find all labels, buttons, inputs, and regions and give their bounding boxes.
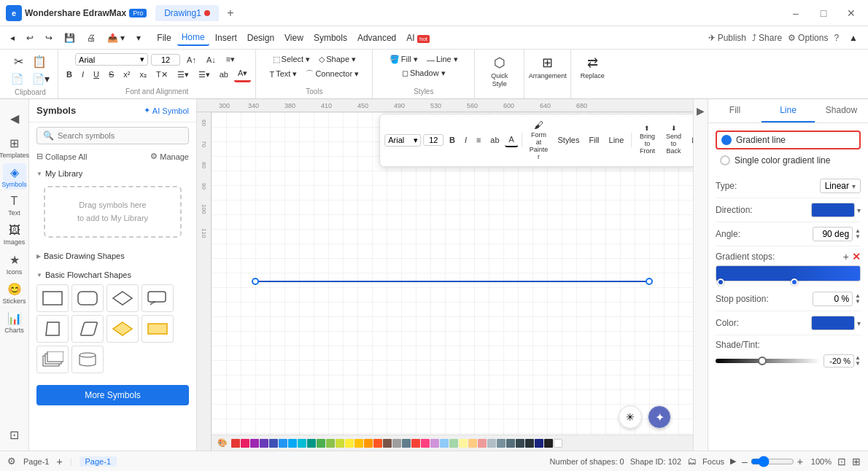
color-orange[interactable] (364, 439, 373, 448)
collapse-all-button[interactable]: ⊟ Collapse All (36, 152, 87, 161)
direction-color-swatch[interactable] (811, 203, 855, 217)
color-cyan[interactable] (298, 439, 306, 448)
color-green[interactable] (317, 439, 325, 448)
color-indigo[interactable] (269, 439, 278, 448)
color-blue[interactable] (279, 439, 287, 448)
line-style-button[interactable]: — Line ▾ (423, 52, 462, 66)
my-library-toggle[interactable]: My Library (36, 167, 189, 180)
basic-flowchart-toggle[interactable]: Basic Flowchart Shapes (36, 268, 189, 281)
subscript-button[interactable]: x₂ (136, 68, 150, 82)
color-pale-yellow[interactable] (459, 439, 468, 448)
manage-button[interactable]: ⚙ Manage (150, 152, 189, 161)
color-blue-grey[interactable] (402, 439, 411, 448)
stop-position-input[interactable] (813, 292, 853, 306)
shade-tint-thumb[interactable] (758, 357, 767, 365)
copy-format-button[interactable]: 📋 (28, 52, 50, 71)
shade-tint-input[interactable] (824, 354, 854, 367)
print-button[interactable]: 🖨 (82, 31, 100, 45)
canvas-more-button[interactable]: ⊡ (688, 133, 693, 147)
sidebar-item-collapse[interactable]: ◀ (3, 105, 26, 131)
canvas-bring-front-button[interactable]: ⬆ Bring to Front (635, 122, 659, 157)
color-light-green2[interactable] (449, 439, 458, 448)
ai-symbol-button[interactable]: ✦ AI Symbol (144, 106, 189, 115)
shape-data-storage[interactable] (71, 346, 104, 373)
shape-diamond-yellow[interactable] (106, 315, 139, 343)
ab-button[interactable]: ab (216, 68, 232, 81)
sidebar-item-images[interactable]: 🖼 Images (3, 222, 26, 248)
shade-tint-track[interactable] (716, 359, 821, 363)
color-lavender[interactable] (430, 439, 439, 448)
canvas-line-button[interactable]: Line (605, 133, 628, 147)
canvas-italic-button[interactable]: I (461, 133, 470, 147)
connector-button[interactable]: ⌒ Connector ▾ (302, 66, 363, 82)
bold-button[interactable]: B (63, 68, 76, 81)
gradient-preview[interactable] (716, 265, 861, 281)
shape-rounded-parallelogram[interactable] (71, 315, 104, 343)
shape-button[interactable]: ◇ Shape ▾ (315, 52, 360, 66)
add-page-button[interactable]: + (56, 456, 62, 467)
color-dark-blue[interactable] (525, 439, 534, 448)
gradient-line-radio[interactable] (721, 135, 732, 145)
shape-rounded-rectangle[interactable] (71, 284, 104, 312)
fit-button[interactable]: ⊡ (837, 456, 846, 467)
decrease-font-button[interactable]: A↓ (203, 53, 220, 66)
color-lime[interactable] (336, 439, 344, 448)
text-button[interactable]: T Text ▾ (266, 67, 301, 81)
color-brown[interactable] (383, 439, 392, 448)
shape-parallelogram[interactable] (36, 315, 69, 343)
color-swatch[interactable] (811, 316, 855, 330)
menu-insert[interactable]: Insert (211, 31, 241, 45)
color-pink-light[interactable] (478, 439, 487, 448)
strikethrough-button[interactable]: S (105, 68, 117, 81)
shape-callout[interactable] (142, 284, 174, 312)
text-clear-button[interactable]: T✕ (152, 68, 171, 82)
font-color-button[interactable]: A▾ (234, 66, 251, 82)
cut-button[interactable]: ✂ (10, 52, 27, 71)
angle-input[interactable] (813, 227, 853, 241)
menu-design[interactable]: Design (243, 31, 279, 45)
basic-drawing-toggle[interactable]: Basic Drawing Shapes (36, 249, 189, 262)
sidebar-item-page[interactable]: ⊡ (3, 421, 26, 448)
shape-rectangle[interactable] (36, 284, 69, 312)
color-black[interactable] (544, 439, 553, 448)
collapse-ribbon-button[interactable]: ▲ (845, 31, 862, 45)
save-button[interactable]: 💾 (60, 31, 80, 45)
zoom-out-button[interactable]: – (742, 456, 748, 467)
color-navy[interactable] (535, 439, 543, 448)
color-light-blue[interactable] (288, 439, 297, 448)
layers-icon[interactable]: 🗂 (687, 456, 697, 467)
undo-button[interactable]: ↩ (22, 31, 38, 45)
type-selector[interactable]: Linear ▾ (820, 179, 861, 193)
add-gradient-stop-button[interactable]: + (843, 251, 849, 262)
color-light-green[interactable] (326, 439, 335, 448)
right-panel-collapse[interactable]: ▶ (693, 99, 708, 451)
paste-more-button[interactable]: 📄▾ (28, 71, 53, 87)
my-library-drop-zone[interactable]: Drag symbols hereto add to My Library (44, 186, 182, 238)
menu-file[interactable]: File (152, 31, 175, 45)
canvas-align-button[interactable]: ≡ (473, 133, 484, 147)
color-red[interactable] (231, 439, 240, 448)
sidebar-item-icons[interactable]: ★ Icons (3, 251, 26, 277)
gradient-line-option[interactable]: Gradient line (716, 131, 861, 149)
canvas-format-painter-button[interactable]: 🖌 Format Painter (526, 117, 552, 163)
canvas-font-size[interactable]: 12 (424, 134, 443, 146)
statusbar-settings-icon[interactable]: ⚙ (7, 456, 16, 467)
color-peach[interactable] (468, 439, 477, 448)
canvas-format-button[interactable]: ab (487, 133, 503, 147)
line-handle-right[interactable] (646, 278, 653, 285)
new-tab-button[interactable]: + (222, 4, 239, 22)
canvas-font-selector[interactable]: Arial ▾ (384, 134, 421, 147)
play-icon[interactable]: ▶ (730, 456, 736, 466)
color-deep-orange[interactable] (373, 439, 382, 448)
publish-button[interactable]: ✈ Publish (708, 33, 746, 43)
shadow-button[interactable]: ◻ Shadow ▾ (398, 66, 449, 80)
remove-gradient-stop-button[interactable]: ✕ (852, 251, 861, 262)
align-button[interactable]: ≡▾ (222, 52, 239, 66)
color-dark-slate[interactable] (506, 439, 515, 448)
sidebar-item-stickers[interactable]: 😊 Stickers (3, 280, 26, 306)
color-white[interactable] (554, 439, 562, 448)
symbol-search-box[interactable]: 🔍 (36, 127, 189, 144)
menu-home[interactable]: Home (177, 30, 209, 46)
maximize-button[interactable]: □ (813, 4, 834, 22)
sidebar-item-symbols[interactable]: ◈ Symbols (3, 163, 26, 190)
